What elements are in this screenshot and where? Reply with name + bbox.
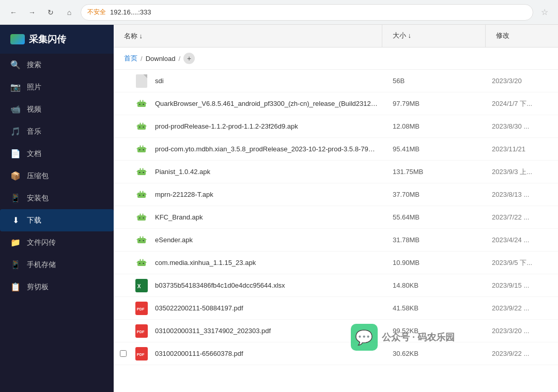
file-size: 14.80KB [382, 277, 486, 293]
bookmark-button[interactable]: ☆ [537, 5, 552, 20]
file-date: 2023/7/22 ... [486, 209, 558, 225]
apk-file-icon [135, 189, 148, 201]
file-name: 031002000111-65660378.pdf [151, 346, 382, 362]
col-header-size[interactable]: 大小 ↓ [382, 25, 486, 47]
file-name: 035022200211-50884197.pdf [151, 300, 382, 316]
file-name: com.media.xinhua_1.1.15_23.apk [151, 255, 382, 271]
svg-text:PDF: PDF [137, 352, 145, 356]
sidebar-label-search: 搜索 [27, 60, 41, 70]
forward-button[interactable]: → [25, 5, 39, 20]
svg-point-10 [140, 217, 141, 218]
pdf-file-icon: PDF [135, 347, 148, 360]
file-size: 41.58KB [382, 300, 486, 316]
table-row[interactable]: prod-com.yto.mdbh.xian_3.5.8_prodRelease… [114, 138, 558, 161]
address-text: 192.16....:333 [110, 8, 151, 16]
xlsx-file-icon: X [135, 279, 148, 292]
sidebar-item-music[interactable]: 🎵 音乐 [0, 120, 114, 143]
svg-text:PDF: PDF [137, 306, 145, 311]
table-row[interactable]: PDF 035022200211-50884197.pdf41.58KB2023… [114, 297, 558, 320]
table-row[interactable]: Pianist_1.0.42.apk131.75MB2023/9/3 上... [114, 161, 558, 183]
main-layout: 采集闪传 🔍 搜索 📷 照片 📹 视频 🎵 音乐 📄 文档 📦 压缩包 📱 [0, 25, 558, 392]
table-row[interactable]: X b03735b54183486fb4c1d0e4dcc95644.xlsx1… [114, 274, 558, 297]
col-header-name[interactable]: 名称 ↓ [114, 25, 382, 47]
svg-point-11 [143, 217, 144, 218]
table-row[interactable]: mprn-221228-T.apk37.70MB2023/8/13 ... [114, 183, 558, 206]
apk-icon: 📱 [10, 193, 21, 203]
content-area: 名称 ↓ 大小 ↓ 修改 首页 / Download / + sdi56B202… [114, 25, 558, 392]
file-date: 2023/8/13 ... [486, 186, 558, 202]
sidebar-label-zip: 压缩包 [27, 171, 49, 181]
app-title: 采集闪传 [29, 33, 66, 45]
file-date: 2023/9/5 下... [486, 254, 558, 272]
table-row[interactable]: eSender.apk31.78MB2023/4/24 ... [114, 229, 558, 252]
sidebar-item-photos[interactable]: 📷 照片 [0, 76, 114, 98]
reload-button[interactable]: ↻ [43, 5, 58, 20]
search-icon: 🔍 [10, 60, 21, 70]
sidebar-label-photos: 照片 [27, 83, 41, 92]
breadcrumb-home[interactable]: 首页 [124, 54, 137, 63]
svg-point-0 [140, 104, 141, 105]
table-row[interactable]: PDF 031002000111-65660378.pdf30.62KB2023… [114, 342, 558, 365]
table-row[interactable]: prod-prodRelease-1.1.2-prod-1.1.2-23f26d… [114, 115, 558, 138]
app-logo [10, 34, 25, 44]
svg-point-14 [140, 263, 141, 264]
svg-point-2 [140, 127, 141, 128]
file-date: 2023/9/3 上... [486, 163, 558, 181]
apk-file-icon [135, 143, 148, 155]
sidebar-item-apk[interactable]: 📱 安装包 [0, 187, 114, 209]
sidebar-item-video[interactable]: 📹 视频 [0, 98, 114, 120]
table-row[interactable]: QuarkBrowser_V6.8.5.461_android_pf3300_(… [114, 92, 558, 115]
col-header-date: 修改 [486, 25, 558, 47]
phone-icon: 📱 [10, 260, 21, 270]
sidebar-item-search[interactable]: 🔍 搜索 [0, 54, 114, 76]
file-name: eSender.apk [151, 232, 382, 248]
download-icon: ⬇ [10, 215, 21, 225]
table-row[interactable]: com.media.xinhua_1.1.15_23.apk10.90MB202… [114, 252, 558, 274]
file-size: 95.41MB [382, 141, 486, 157]
apk-file-icon [135, 166, 148, 178]
file-size: 55.64MB [382, 209, 486, 225]
photos-icon: 📷 [10, 82, 21, 92]
browser-bar: ← → ↻ ⌂ 不安全 192.16....:333 ☆ [0, 0, 558, 25]
breadcrumb-add-button[interactable]: + [183, 53, 195, 64]
file-size: 56B [382, 73, 486, 89]
pdf-file-icon: PDF [135, 324, 148, 338]
sidebar-item-docs[interactable]: 📄 文档 [0, 143, 114, 165]
file-date: 2023/3/20 ... [486, 323, 558, 339]
sidebar-item-clipboard[interactable]: 📋 剪切板 [0, 276, 114, 298]
sidebar-label-music: 音乐 [27, 127, 41, 136]
file-checkbox[interactable] [114, 350, 132, 357]
file-name: KFC_Brand.apk [151, 209, 382, 225]
file-name: mprn-221228-T.apk [151, 186, 382, 202]
sidebar: 采集闪传 🔍 搜索 📷 照片 📹 视频 🎵 音乐 📄 文档 📦 压缩包 📱 [0, 25, 114, 392]
apk-file-icon [135, 257, 148, 269]
table-row[interactable]: PDF 031002000311_33174902_202303.pdf99.5… [114, 320, 558, 342]
apk-file-icon [135, 234, 148, 246]
apk-file-icon [135, 98, 148, 110]
sidebar-item-flash[interactable]: 📁 文件闪传 [0, 231, 114, 254]
file-size: 30.62KB [382, 346, 486, 362]
table-row[interactable]: KFC_Brand.apk55.64MB2023/7/22 ... [114, 206, 558, 229]
table-header: 名称 ↓ 大小 ↓ 修改 [114, 25, 558, 48]
sidebar-item-zip[interactable]: 📦 压缩包 [0, 165, 114, 187]
back-button[interactable]: ← [6, 5, 21, 20]
sidebar-item-phone[interactable]: 📱 手机存储 [0, 254, 114, 276]
flash-icon: 📁 [10, 238, 21, 247]
file-date: 2023/9/22 ... [486, 346, 558, 362]
generic-file-icon [136, 74, 147, 88]
svg-text:PDF: PDF [137, 329, 145, 334]
address-bar[interactable]: 不安全 192.16....:333 [81, 4, 533, 21]
file-name: Pianist_1.0.42.apk [151, 164, 382, 180]
sidebar-header: 采集闪传 [0, 25, 114, 54]
pdf-file-icon: PDF [135, 302, 148, 315]
file-size: 37.70MB [382, 186, 486, 202]
table-row[interactable]: sdi56B2023/3/20 [114, 70, 558, 92]
svg-point-3 [143, 127, 144, 128]
sidebar-item-download[interactable]: ⬇ 下载 [0, 209, 114, 231]
svg-point-5 [143, 149, 144, 150]
svg-point-15 [143, 263, 144, 264]
breadcrumb-separator: / [141, 55, 143, 62]
file-name: prod-prodRelease-1.1.2-prod-1.1.2-23f26d… [151, 118, 382, 134]
file-date: 2023/11/21 [486, 141, 558, 157]
home-button[interactable]: ⌂ [62, 5, 76, 20]
